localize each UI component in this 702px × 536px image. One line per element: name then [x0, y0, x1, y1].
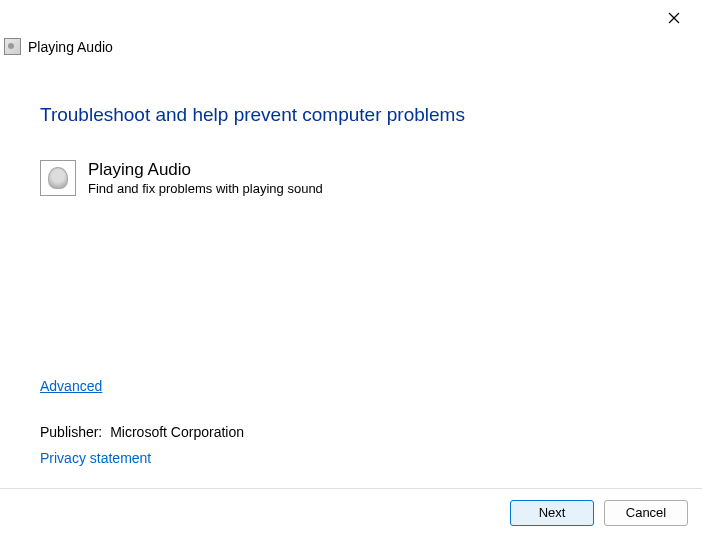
next-button[interactable]: Next [510, 500, 594, 526]
speaker-icon [40, 160, 76, 196]
privacy-statement-link[interactable]: Privacy statement [40, 450, 151, 466]
publisher-label: Publisher: [40, 424, 102, 440]
window-title-row: Playing Audio [4, 38, 113, 55]
publisher-value: Microsoft Corporation [110, 424, 244, 440]
page-heading: Troubleshoot and help prevent computer p… [40, 104, 662, 126]
troubleshooter-window-icon [4, 38, 21, 55]
troubleshooter-description: Find and fix problems with playing sound [88, 181, 323, 196]
window-title: Playing Audio [28, 39, 113, 55]
publisher-row: Publisher: Microsoft Corporation [40, 424, 244, 440]
advanced-link[interactable]: Advanced [40, 378, 102, 394]
troubleshooter-name: Playing Audio [88, 160, 323, 180]
footer-button-bar: Next Cancel [0, 488, 702, 536]
close-button[interactable] [658, 6, 690, 30]
cancel-button[interactable]: Cancel [604, 500, 688, 526]
